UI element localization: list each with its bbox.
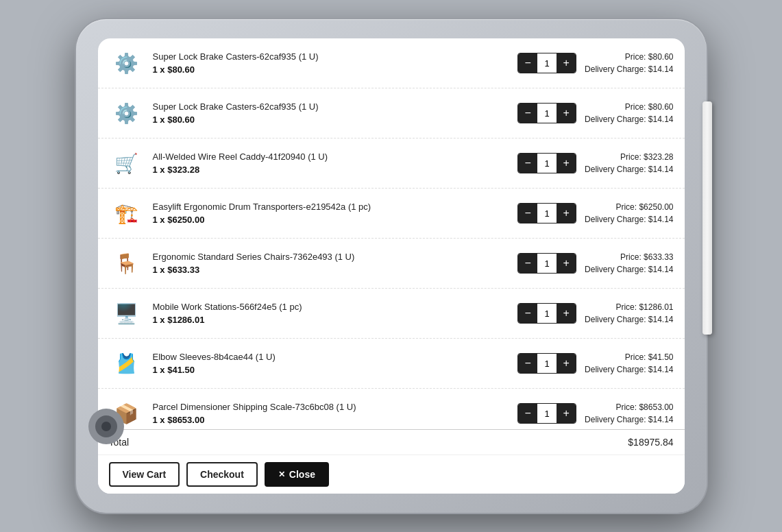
total-value: $18975.84 (628, 437, 673, 448)
camera-module (88, 409, 124, 444)
qty-decrease-4[interactable]: − (518, 254, 537, 273)
item-price-line-7: 1 x $8653.00 (153, 415, 510, 425)
close-button[interactable]: Close (265, 462, 329, 487)
qty-control-2: − 1 + (517, 153, 576, 173)
item-price-line-2: 1 x $323.28 (153, 165, 510, 175)
item-image-0: ⚙️ (109, 45, 145, 81)
qty-control-6: − 1 + (517, 353, 576, 374)
qty-increase-6[interactable]: + (557, 354, 576, 373)
item-price-line-3: 1 x $6250.00 (153, 215, 510, 225)
item-image-1: ⚙️ (109, 95, 145, 131)
item-details-1: Super Lock Brake Casters-62caf935 (1 U) … (153, 101, 510, 125)
cart-item: 🏗️ Easylift Ergonomic Drum Transporters-… (98, 189, 685, 239)
item-delivery-1: Delivery Charge: $14.14 (585, 113, 673, 125)
cart-items-list: ⚙️ Super Lock Brake Casters-62caf935 (1 … (98, 38, 685, 429)
item-price-line-6: 1 x $41.50 (153, 365, 510, 375)
item-price-line-0: 1 x $80.60 (153, 64, 510, 75)
qty-decrease-3[interactable]: − (518, 204, 537, 223)
item-price-display-4: Price: $633.33 (585, 251, 673, 263)
cart-footer: View Cart Checkout Close (98, 455, 685, 494)
item-pricing-2: Price: $323.28 Delivery Charge: $14.14 (585, 151, 673, 176)
item-price-display-5: Price: $1286.01 (585, 301, 673, 313)
item-pricing-1: Price: $80.60 Delivery Charge: $14.14 (585, 101, 673, 125)
qty-increase-4[interactable]: + (557, 254, 576, 273)
view-cart-button[interactable]: View Cart (109, 462, 180, 487)
cart-item: 🖥️ Mobile Work Stations-566f24e5 (1 pc) … (98, 289, 685, 339)
item-delivery-5: Delivery Charge: $14.14 (585, 313, 673, 326)
item-name-6: Elbow Sleeves-8b4cae44 (1 U) (153, 352, 510, 363)
cart-item: ⚙️ Super Lock Brake Casters-62caf935 (1 … (98, 88, 685, 138)
item-delivery-3: Delivery Charge: $14.14 (585, 213, 673, 226)
qty-decrease-0[interactable]: − (518, 53, 537, 73)
item-pricing-3: Price: $6250.00 Delivery Charge: $14.14 (585, 201, 673, 226)
item-delivery-4: Delivery Charge: $14.14 (585, 263, 673, 276)
cart-item: 🎽 Elbow Sleeves-8b4cae44 (1 U) 1 x $41.5… (98, 339, 685, 389)
item-image-4: 🪑 (109, 245, 145, 281)
qty-decrease-6[interactable]: − (518, 354, 537, 373)
item-price-display-6: Price: $41.50 (585, 351, 673, 363)
item-price-display-1: Price: $80.60 (585, 101, 673, 113)
qty-value-4: 1 (537, 254, 557, 273)
item-image-3: 🏗️ (109, 195, 145, 231)
qty-increase-3[interactable]: + (557, 204, 576, 223)
item-delivery-2: Delivery Charge: $14.14 (585, 163, 673, 176)
item-details-6: Elbow Sleeves-8b4cae44 (1 U) 1 x $41.50 (153, 352, 510, 375)
item-image-2: 🛒 (109, 145, 145, 181)
item-pricing-4: Price: $633.33 Delivery Charge: $14.14 (585, 251, 673, 276)
qty-value-5: 1 (537, 304, 557, 323)
qty-control-4: − 1 + (517, 253, 576, 274)
qty-increase-0[interactable]: + (557, 53, 576, 73)
qty-increase-1[interactable]: + (557, 104, 576, 123)
cart-item: 🛒 All-Welded Wire Reel Caddy-41f20940 (1… (98, 138, 685, 189)
item-price-line-1: 1 x $80.60 (153, 114, 510, 125)
item-name-4: Ergonomic Standard Series Chairs-7362e49… (153, 252, 510, 263)
qty-control-5: − 1 + (517, 303, 576, 324)
cart-item: 📦 Parcel Dimensioner Shipping Scale-73c6… (98, 389, 685, 429)
qty-decrease-7[interactable]: − (518, 404, 537, 423)
qty-value-2: 1 (537, 154, 557, 173)
item-details-0: Super Lock Brake Casters-62caf935 (1 U) … (153, 51, 510, 75)
qty-value-6: 1 (537, 354, 557, 373)
item-delivery-0: Delivery Charge: $14.14 (585, 63, 673, 75)
item-pricing-0: Price: $80.60 Delivery Charge: $14.14 (585, 51, 673, 75)
item-price-line-4: 1 x $633.33 (153, 265, 510, 275)
item-details-2: All-Welded Wire Reel Caddy-41f20940 (1 U… (153, 152, 510, 175)
item-details-5: Mobile Work Stations-566f24e5 (1 pc) 1 x… (153, 302, 510, 325)
qty-decrease-2[interactable]: − (518, 154, 537, 173)
item-delivery-6: Delivery Charge: $14.14 (585, 363, 673, 376)
item-price-display-7: Price: $8653.00 (585, 401, 673, 413)
qty-increase-7[interactable]: + (557, 404, 576, 423)
qty-control-1: − 1 + (517, 103, 576, 123)
qty-control-7: − 1 + (517, 403, 576, 424)
item-pricing-6: Price: $41.50 Delivery Charge: $14.14 (585, 351, 673, 376)
qty-control-3: − 1 + (517, 203, 576, 223)
qty-decrease-1[interactable]: − (518, 104, 537, 123)
apple-pencil (702, 101, 712, 335)
item-name-0: Super Lock Brake Casters-62caf935 (1 U) (153, 51, 510, 63)
qty-increase-5[interactable]: + (557, 304, 576, 323)
cart-item: ⚙️ Super Lock Brake Casters-62caf935 (1 … (98, 38, 685, 88)
item-pricing-7: Price: $8653.00 Delivery Charge: $14.14 (585, 401, 673, 426)
checkout-button[interactable]: Checkout (186, 462, 258, 487)
qty-control-0: − 1 + (517, 53, 576, 73)
qty-value-3: 1 (537, 204, 557, 223)
item-price-display-0: Price: $80.60 (585, 51, 673, 63)
qty-value-1: 1 (537, 104, 557, 123)
cart-item: 🪑 Ergonomic Standard Series Chairs-7362e… (98, 239, 685, 289)
item-price-display-3: Price: $6250.00 (585, 201, 673, 213)
item-delivery-7: Delivery Charge: $14.14 (585, 413, 673, 426)
item-details-3: Easylift Ergonomic Drum Transporters-e21… (153, 202, 510, 225)
item-details-7: Parcel Dimensioner Shipping Scale-73c6bc… (153, 402, 510, 425)
item-name-2: All-Welded Wire Reel Caddy-41f20940 (1 U… (153, 152, 510, 163)
qty-increase-2[interactable]: + (557, 154, 576, 173)
item-pricing-5: Price: $1286.01 Delivery Charge: $14.14 (585, 301, 673, 326)
item-name-1: Super Lock Brake Casters-62caf935 (1 U) (153, 101, 510, 113)
item-name-5: Mobile Work Stations-566f24e5 (1 pc) (153, 302, 510, 313)
item-name-3: Easylift Ergonomic Drum Transporters-e21… (153, 202, 510, 213)
item-details-4: Ergonomic Standard Series Chairs-7362e49… (153, 252, 510, 275)
item-price-line-5: 1 x $1286.01 (153, 315, 510, 325)
item-name-7: Parcel Dimensioner Shipping Scale-73c6bc… (153, 402, 510, 413)
qty-value-7: 1 (537, 404, 557, 423)
qty-decrease-5[interactable]: − (518, 304, 537, 323)
item-image-6: 🎽 (109, 346, 145, 381)
